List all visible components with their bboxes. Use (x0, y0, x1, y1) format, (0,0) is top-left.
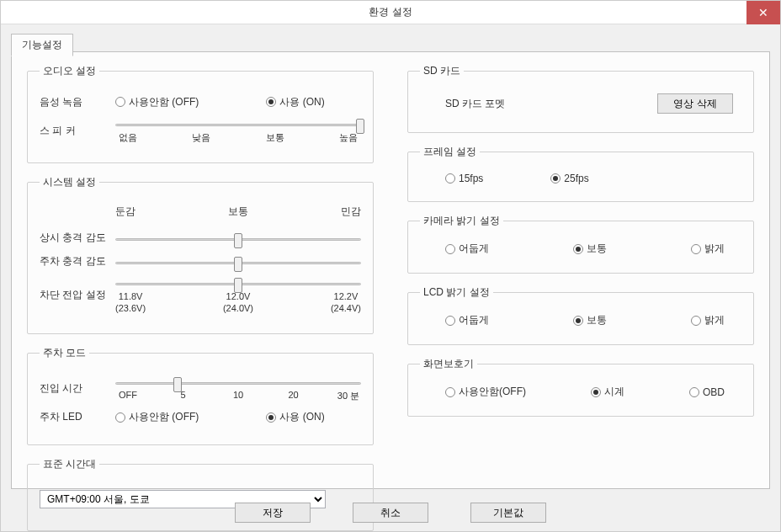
close-button[interactable]: ✕ (746, 1, 780, 24)
window-title: 환경 설정 (369, 5, 412, 19)
right-column: SD 카드 SD 카드 포멧 영상 삭제 프레임 설정 15fps 25fps (407, 64, 754, 480)
entry-time-thumb[interactable] (173, 377, 182, 392)
voice-record-off-radio[interactable]: 사용안함 (OFF) (115, 95, 199, 109)
cam-bright-radio[interactable]: 밝게 (691, 242, 725, 256)
sd-card-group: SD 카드 SD 카드 포멧 영상 삭제 (407, 64, 754, 133)
cutoff-voltage-slider[interactable] (115, 283, 361, 285)
saver-off-radio[interactable]: 사용안함(OFF) (445, 385, 526, 399)
parking-led-on-radio[interactable]: 사용 (ON) (266, 410, 324, 424)
lcd-brightness-group: LCD 밝기 설정 어둡게 보통 밝게 (407, 285, 754, 345)
delete-video-button[interactable]: 영상 삭제 (657, 93, 733, 114)
speaker-slider[interactable] (115, 124, 361, 126)
timezone-legend: 표준 시간대 (40, 457, 99, 471)
screensaver-legend: 화면보호기 (420, 357, 477, 371)
system-settings-group: 시스템 설정 둔감 보통 민감 상시 충격 감도 (27, 175, 374, 334)
client-area: 기능설정 오디오 설정 음성 녹음 사용안함 (OFF) 사용 (ON) (11, 33, 770, 491)
fps-15-radio[interactable]: 15fps (445, 173, 483, 184)
parking-led-label: 주차 LED (40, 410, 115, 424)
frame-settings-group: 프레임 설정 15fps 25fps (407, 145, 754, 202)
always-shock-thumb[interactable] (234, 233, 242, 248)
parking-led-off-radio[interactable]: 사용안함 (OFF) (115, 410, 199, 424)
lcd-bright-radio[interactable]: 밝게 (691, 313, 725, 327)
camera-legend: 카메라 밝기 설정 (420, 214, 503, 228)
saver-clock-radio[interactable]: 시계 (591, 385, 624, 399)
fps-25-radio[interactable]: 25fps (550, 173, 588, 184)
speaker-slider-thumb[interactable] (356, 119, 364, 134)
lcd-legend: LCD 밝기 설정 (420, 285, 493, 300)
sd-legend: SD 카드 (420, 64, 464, 78)
saver-obd-radio[interactable]: OBD (689, 385, 725, 399)
entry-time-label: 진입 시간 (40, 381, 115, 396)
camera-brightness-group: 카메라 밝기 설정 어둡게 보통 밝게 (407, 214, 754, 274)
left-column: 오디오 설정 음성 녹음 사용안함 (OFF) 사용 (ON) (27, 64, 374, 480)
always-shock-label: 상시 충격 감도 (40, 231, 115, 245)
audio-settings-group: 오디오 설정 음성 녹음 사용안함 (OFF) 사용 (ON) (27, 64, 374, 163)
lcd-dark-radio[interactable]: 어둡게 (445, 313, 489, 327)
voice-record-label: 음성 녹음 (40, 95, 115, 109)
titlebar: 환경 설정 ✕ (1, 1, 780, 24)
lcd-mid-radio[interactable]: 보통 (573, 313, 607, 327)
cancel-button[interactable]: 취소 (353, 503, 428, 523)
sd-format-label: SD 카드 포멧 (445, 97, 505, 111)
screensaver-group: 화면보호기 사용안함(OFF) 시계 OBD (407, 357, 754, 417)
system-legend: 시스템 설정 (40, 175, 99, 189)
frame-legend: 프레임 설정 (420, 145, 480, 159)
cam-dark-radio[interactable]: 어둡게 (445, 242, 489, 256)
speaker-label: 스 피 커 (40, 124, 115, 138)
parking-legend: 주차 모드 (40, 346, 89, 360)
settings-window: 환경 설정 ✕ 기능설정 오디오 설정 음성 녹음 사용안함 (OFF) (0, 0, 781, 532)
cutoff-voltage-thumb[interactable] (234, 278, 242, 293)
cutoff-voltage-label: 차단 전압 설정 (40, 288, 115, 302)
close-icon: ✕ (758, 6, 768, 19)
save-button[interactable]: 저장 (235, 503, 311, 523)
tab-function-settings[interactable]: 기능설정 (11, 34, 73, 56)
tab-strip: 기능설정 (11, 33, 770, 51)
parking-mode-group: 주차 모드 진입 시간 OFF 5 10 20 (27, 346, 374, 445)
audio-legend: 오디오 설정 (40, 64, 99, 78)
tab-panel: 오디오 설정 음성 녹음 사용안함 (OFF) 사용 (ON) (11, 51, 770, 489)
footer: 저장 취소 기본값 (1, 503, 780, 523)
cam-mid-radio[interactable]: 보통 (573, 242, 607, 256)
entry-time-slider[interactable] (115, 382, 361, 385)
default-button[interactable]: 기본값 (470, 503, 546, 523)
parking-shock-slider[interactable] (115, 262, 361, 264)
parking-shock-thumb[interactable] (234, 257, 242, 272)
always-shock-slider[interactable] (115, 238, 361, 241)
parking-shock-label: 주차 충격 감도 (40, 254, 115, 269)
voice-record-on-radio[interactable]: 사용 (ON) (266, 95, 324, 109)
